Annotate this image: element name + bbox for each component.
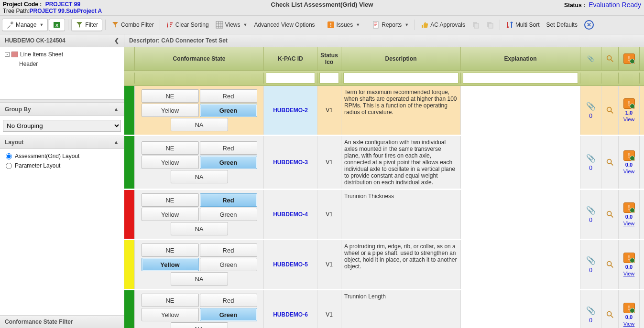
conf-btn-na[interactable]: NA [171, 118, 228, 131]
zoom-cell[interactable] [601, 190, 619, 239]
conf-btn-red[interactable]: Red [200, 89, 257, 103]
zoom-cell[interactable] [601, 86, 619, 135]
col-attachment[interactable]: 📎 [580, 47, 601, 70]
conf-btn-green[interactable]: Green [200, 156, 257, 169]
copy-button-1[interactable] [469, 19, 482, 31]
issue-icon[interactable]: ! [623, 202, 635, 213]
manage-button[interactable]: Manage▼ [2, 19, 48, 31]
attachment-cell[interactable]: 📎0 [580, 86, 601, 135]
ac-approvals-button[interactable]: AC Approvals [418, 19, 468, 31]
filter-description-input[interactable] [343, 73, 458, 84]
kpac-link[interactable]: HUBDEMO-6 [273, 311, 308, 318]
conf-btn-na[interactable]: NA [171, 322, 228, 328]
clear-sorting-button[interactable]: Clear Sorting [163, 19, 212, 31]
conf-btn-na[interactable]: NA [171, 222, 228, 235]
excel-export-button[interactable]: X [49, 19, 65, 31]
rows-container[interactable]: NERedYellowGreenNAHUBDEMO-2V1Term for ma… [124, 86, 644, 328]
kpac-link[interactable]: HUBDEMO-5 [273, 261, 308, 268]
view-issues-link[interactable]: View [623, 169, 635, 174]
table-row[interactable]: NERedYellowGreenNAHUBDEMO-4V1Trunnion Th… [124, 190, 644, 240]
magnifier-icon[interactable] [606, 310, 614, 319]
kpac-link[interactable]: HUBDEMO-4 [273, 211, 308, 218]
multi-sort-button[interactable]: Multi Sort [503, 19, 543, 31]
magnifier-icon[interactable] [606, 106, 614, 115]
explanation-cell[interactable] [461, 86, 580, 135]
conf-btn-na[interactable]: NA [171, 272, 228, 286]
views-button[interactable]: Views▼ [213, 19, 251, 31]
conf-btn-green[interactable]: Green [200, 208, 257, 221]
explanation-cell[interactable] [461, 136, 580, 189]
close-icon[interactable]: ✕ [584, 20, 594, 30]
conf-btn-ne[interactable]: NE [142, 243, 199, 257]
col-zoom[interactable] [601, 47, 619, 70]
col-issue[interactable]: ! [619, 47, 640, 70]
tree-child-header[interactable]: Header [19, 61, 119, 67]
filter-explanation-input[interactable] [463, 73, 578, 84]
attachment-cell[interactable]: 📎0 [580, 240, 601, 289]
paperclip-icon[interactable]: 📎 [586, 102, 596, 111]
kpac-link[interactable]: HUBDEMO-2 [273, 107, 308, 114]
kpac-link[interactable]: HUBDEMO-3 [273, 159, 308, 166]
view-issues-link[interactable]: View [623, 221, 635, 226]
paperclip-icon[interactable]: 📎 [586, 206, 596, 215]
conf-btn-red[interactable]: Red [200, 243, 257, 257]
conf-btn-green[interactable]: Green [200, 258, 257, 271]
filter-button[interactable]: Filter [71, 19, 102, 31]
group-by-panel-header[interactable]: Group By ▲ [0, 103, 124, 116]
conf-btn-yellow[interactable]: Yellow [142, 156, 199, 169]
view-issues-link[interactable]: View [623, 271, 635, 276]
filter-status-input[interactable] [319, 73, 339, 84]
conf-btn-yellow[interactable]: Yellow [142, 258, 199, 271]
filter-kpac-input[interactable] [266, 73, 315, 84]
layout-radio-parameter[interactable]: Parameter Layout [6, 162, 118, 169]
conf-btn-red[interactable]: Red [200, 141, 257, 155]
layout-radio-grid[interactable]: Assessment(Grid) Layout [6, 153, 118, 159]
conf-btn-ne[interactable]: NE [142, 294, 199, 307]
collapse-left-icon[interactable]: ❮ [114, 37, 119, 44]
explanation-cell[interactable] [461, 290, 580, 328]
conf-btn-green[interactable]: Green [200, 308, 257, 321]
zoom-cell[interactable] [601, 290, 619, 328]
conf-btn-ne[interactable]: NE [142, 89, 199, 103]
conf-btn-na[interactable]: NA [171, 170, 228, 183]
tree-collapse-icon[interactable]: - [5, 52, 10, 57]
tree-path-link[interactable]: PROJECT 99.SubProject A [30, 8, 102, 14]
view-issues-link[interactable]: View [623, 116, 635, 122]
table-row[interactable]: NERedYellowGreenNAHUBDEMO-2V1Term for ma… [124, 86, 644, 136]
issue-icon[interactable]: ! [623, 150, 635, 161]
conf-btn-red[interactable]: Red [200, 193, 257, 207]
project-code-link[interactable]: PROJECT 99 [45, 1, 80, 8]
table-row[interactable]: NERedYellowGreenNAHUBDEMO-6V1Trunnion Le… [124, 290, 644, 328]
copy-button-2[interactable] [483, 19, 497, 31]
conf-btn-ne[interactable]: NE [142, 193, 199, 207]
attachment-cell[interactable]: 📎0 [580, 290, 601, 328]
zoom-cell[interactable] [601, 240, 619, 289]
paperclip-icon[interactable]: 📎 [586, 154, 596, 163]
explanation-cell[interactable] [461, 240, 580, 289]
issues-button[interactable]: ! Issues▼ [324, 19, 363, 31]
conformance-state-filter-panel[interactable]: Conformance State Filter [0, 315, 124, 328]
table-row[interactable]: NERedYellowGreenNAHUBDEMO-5V1A protrudin… [124, 240, 644, 290]
attachment-cell[interactable]: 📎0 [580, 136, 601, 189]
reports-button[interactable]: Reports▼ [369, 19, 412, 31]
table-row[interactable]: NERedYellowGreenNAHUBDEMO-3V1An axle con… [124, 136, 644, 190]
paperclip-icon[interactable]: 📎 [586, 306, 596, 315]
explanation-cell[interactable] [461, 190, 580, 239]
layout-panel-header[interactable]: Layout ▲ [0, 136, 124, 149]
magnifier-icon[interactable] [606, 260, 614, 269]
col-explanation[interactable]: Explanation [461, 47, 580, 70]
col-kpac[interactable]: K-PAC ID [264, 47, 317, 70]
view-issues-link[interactable]: View [623, 321, 635, 327]
conf-btn-yellow[interactable]: Yellow [142, 208, 199, 221]
col-status-icon[interactable]: Status Ico [317, 47, 341, 70]
issue-icon[interactable]: ! [623, 253, 635, 263]
magnifier-icon[interactable] [606, 210, 614, 219]
zoom-cell[interactable] [601, 136, 619, 189]
col-conformance[interactable]: Conformance State [135, 47, 264, 70]
conf-btn-ne[interactable]: NE [142, 141, 199, 155]
col-description[interactable]: Description [341, 47, 461, 70]
set-defaults-button[interactable]: Set Defaults [544, 20, 580, 30]
tree-root-label[interactable]: Line Items Sheet [20, 51, 63, 58]
conf-btn-yellow[interactable]: Yellow [142, 104, 199, 117]
combo-filter-button[interactable]: Combo Filter [109, 19, 157, 31]
